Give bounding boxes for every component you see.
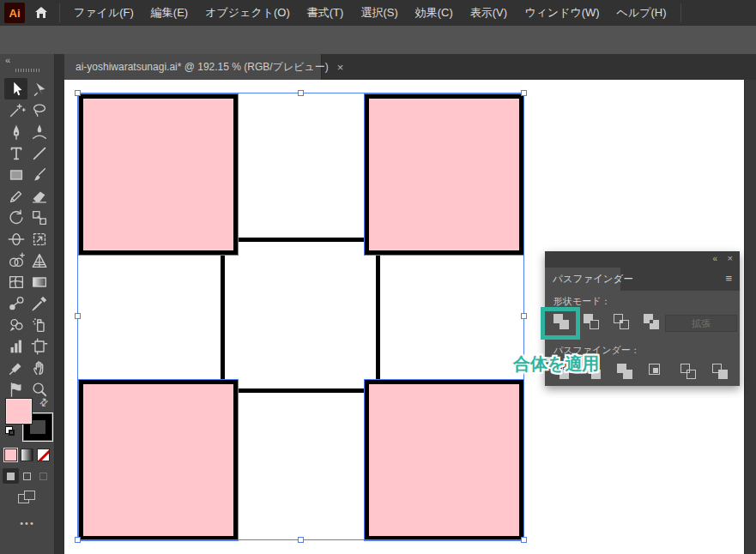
selection-handle-sw[interactable] <box>75 537 81 543</box>
unite-annotation-label: 合体を適用 <box>513 352 599 376</box>
blend-tool[interactable] <box>4 292 27 314</box>
selection-handle-ne[interactable] <box>521 90 527 96</box>
control-bar: グループ ∨ ∨ 線： ∧ ∨ 1 pt ∨ ∨ 基本 ∨ 不透明度： 100%… <box>0 26 756 55</box>
panel-close-icon[interactable]: × <box>728 253 733 263</box>
rotate-tool[interactable] <box>4 207 27 228</box>
outline-button[interactable] <box>680 364 696 379</box>
menu-window[interactable]: ウィンドウ(W) <box>516 0 608 26</box>
app-logo-icon[interactable]: Ai <box>4 3 25 23</box>
toolbar-gap <box>55 54 64 554</box>
tool-grid <box>4 78 51 400</box>
document-tab-bar: ai-yoshiwaratsunagi.ai* @ 192.15 % (RGB/… <box>64 54 756 80</box>
draw-normal-icon <box>7 473 15 480</box>
unite-highlight-box <box>541 307 580 340</box>
rectangle-tool[interactable] <box>4 164 27 185</box>
minus-back-button[interactable] <box>712 364 728 379</box>
slice-tool[interactable] <box>4 357 27 378</box>
draw-normal-button[interactable] <box>3 468 19 484</box>
hand-tool[interactable] <box>27 357 51 378</box>
print-tiling-tool[interactable] <box>4 378 27 400</box>
menu-effect[interactable]: 効果(C) <box>407 0 462 26</box>
menu-file[interactable]: ファイル(F) <box>65 0 142 26</box>
artboard-tool[interactable] <box>27 335 51 357</box>
perspective-grid-tool[interactable] <box>27 250 51 271</box>
selection-bounding-box <box>77 93 524 540</box>
menu-view[interactable]: 表示(V) <box>462 0 516 26</box>
color-type-buttons <box>4 449 50 461</box>
draw-behind-button[interactable] <box>19 468 35 484</box>
selection-handle-se[interactable] <box>521 537 527 543</box>
selection-handle-nw[interactable] <box>75 90 81 96</box>
selection-handle-s[interactable] <box>298 537 304 543</box>
menu-edit[interactable]: 編集(E) <box>142 0 197 26</box>
menu-divider <box>680 3 681 22</box>
exclude-button[interactable] <box>644 314 659 329</box>
selection-handle-w[interactable] <box>75 313 81 319</box>
document-tab[interactable]: ai-yoshiwaratsunagi.ai* @ 192.15 % (RGB/… <box>64 54 322 80</box>
menu-object[interactable]: オブジェクト(O) <box>197 0 299 26</box>
panel-dock-strip[interactable] <box>744 80 756 554</box>
illustrator-window: Ai ファイル(F) 編集(E) オブジェクト(O) 書式(T) 選択(S) 効… <box>0 0 756 554</box>
tools-panel: « <box>0 54 55 554</box>
merge-button[interactable] <box>617 364 632 379</box>
draw-inside-button[interactable] <box>35 468 51 484</box>
shape-mode-label: 形状モード： <box>553 295 611 308</box>
width-tool[interactable] <box>4 228 27 250</box>
gradient-button[interactable] <box>21 449 33 461</box>
panel-menu-icon[interactable]: ≡ <box>725 272 732 285</box>
menu-type[interactable]: 書式(T) <box>299 0 353 26</box>
menu-bar: Ai ファイル(F) 編集(E) オブジェクト(O) 書式(T) 選択(S) 効… <box>0 0 756 27</box>
default-fill-stroke-icon[interactable] <box>5 426 16 437</box>
screen-mode-icon-front <box>24 491 35 500</box>
document-title: ai-yoshiwaratsunagi.ai* @ 192.15 % (RGB/… <box>76 60 329 75</box>
drawing-mode-buttons <box>3 468 51 484</box>
curvature-tool[interactable] <box>27 121 51 142</box>
mesh-tool[interactable] <box>4 271 27 292</box>
shaper-tool[interactable] <box>4 185 27 207</box>
panel-tab-strip: パスファインダー ≡ <box>545 268 740 291</box>
column-graph-tool[interactable] <box>4 335 27 357</box>
screen-mode-button[interactable] <box>18 491 36 505</box>
scale-tool[interactable] <box>27 207 51 228</box>
selection-handle-e[interactable] <box>521 313 527 319</box>
type-tool[interactable] <box>4 142 27 164</box>
home-icon[interactable] <box>28 0 54 26</box>
selection-handle-n[interactable] <box>298 90 304 96</box>
color-button[interactable] <box>4 449 17 461</box>
toolbar-collapse-icon[interactable]: « <box>5 55 10 65</box>
expand-button: 拡張 <box>665 315 737 332</box>
default-stroke <box>9 430 15 436</box>
minus-front-button[interactable] <box>584 314 599 329</box>
edit-toolbar-button[interactable]: ••• <box>0 518 55 528</box>
panel-collapse-icon[interactable]: « <box>712 254 717 263</box>
paintbrush-tool[interactable] <box>27 164 51 185</box>
panel-header[interactable]: « × <box>545 251 740 268</box>
menu-select[interactable]: 選択(S) <box>352 0 406 26</box>
none-button[interactable] <box>37 449 50 461</box>
pathfinder-tab[interactable]: パスファインダー <box>545 268 620 291</box>
draw-behind-icon <box>23 473 31 480</box>
selection-tool[interactable] <box>4 78 27 99</box>
eyedropper-tool[interactable] <box>27 292 51 314</box>
menu-help[interactable]: ヘルプ(H) <box>608 0 675 26</box>
toolbar-grip[interactable] <box>15 69 39 72</box>
crop-button[interactable] <box>649 364 664 379</box>
line-segment-tool[interactable] <box>27 142 51 164</box>
pen-tool[interactable] <box>4 121 27 142</box>
intersect-button[interactable] <box>614 314 629 329</box>
draw-inside-icon <box>39 473 47 480</box>
shape-builder-tool[interactable] <box>4 250 27 271</box>
symbol-sprayer-tool[interactable] <box>27 314 51 335</box>
menu-divider <box>59 3 60 22</box>
fill-color-indicator[interactable] <box>6 399 32 424</box>
symbol-shifter-tool[interactable] <box>4 314 27 335</box>
tab-close-icon[interactable]: × <box>337 61 344 74</box>
gradient-tool[interactable] <box>27 271 51 292</box>
zoom-tool[interactable] <box>27 378 51 400</box>
direct-selection-tool[interactable] <box>27 78 51 99</box>
magic-wand-tool[interactable] <box>4 99 27 121</box>
lasso-tool[interactable] <box>27 99 51 121</box>
eraser-tool[interactable] <box>27 185 51 207</box>
free-transform-tool[interactable] <box>27 228 51 250</box>
